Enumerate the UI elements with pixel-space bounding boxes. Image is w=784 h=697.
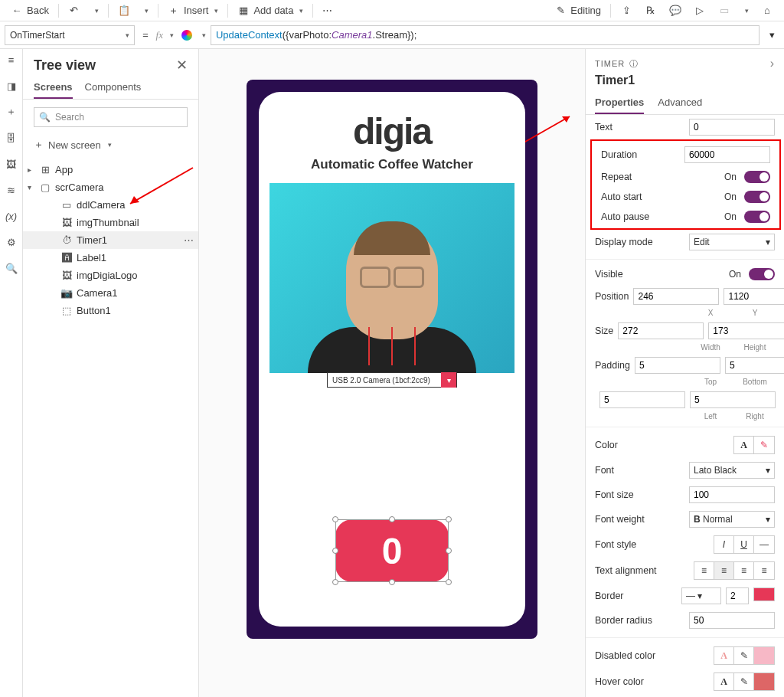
publish-icon: ⌂ bbox=[761, 5, 773, 17]
tree-item-label1[interactable]: 🅰Label1 bbox=[23, 249, 198, 267]
prop-disabledcolor-picker[interactable]: A✎ bbox=[714, 646, 775, 665]
property-selector[interactable]: OnTimerStart ▾ bbox=[5, 25, 135, 45]
undo-menu[interactable]: ▾ bbox=[87, 5, 105, 16]
health-button[interactable]: ℞ bbox=[639, 3, 663, 18]
chevron-down-icon: ▾ bbox=[766, 465, 770, 476]
prop-border-color[interactable] bbox=[753, 587, 775, 601]
color-wheel-icon[interactable] bbox=[181, 30, 192, 41]
tree-search-input[interactable]: 🔍Search bbox=[34, 107, 188, 127]
publish-button[interactable]: ⌂ bbox=[755, 3, 779, 18]
camera-icon: 📷 bbox=[61, 288, 72, 299]
formula-input[interactable]: UpdateContext({varPhoto:Camera1.Stream})… bbox=[211, 25, 760, 45]
tree-item-app[interactable]: ▸⊞App bbox=[23, 161, 198, 178]
settings-icon[interactable]: ⚙ bbox=[5, 236, 18, 248]
prop-font-select[interactable]: Lato Black▾ bbox=[689, 462, 775, 479]
prop-autostart-toggle[interactable] bbox=[744, 191, 770, 203]
tab-screens[interactable]: Screens bbox=[34, 81, 73, 99]
prop-padding-left[interactable] bbox=[599, 391, 685, 408]
timer-icon: ⏱ bbox=[61, 235, 72, 246]
chevron-down-icon: ▾ bbox=[108, 141, 112, 149]
prop-text-input[interactable] bbox=[689, 119, 775, 136]
properties-panel: TIMERⓘ› Timer1 Properties Advanced Text … bbox=[585, 49, 784, 697]
tree-item-screen[interactable]: ▾▢scrCamera bbox=[23, 178, 198, 196]
back-button[interactable]: ←Back bbox=[5, 3, 55, 18]
hamburger-icon[interactable]: ≡ bbox=[5, 54, 18, 66]
prop-border-style[interactable]: — ▾ bbox=[681, 587, 721, 604]
new-screen-button[interactable]: ＋New screen▾ bbox=[23, 135, 198, 158]
save-menu[interactable]: ▾ bbox=[737, 5, 755, 16]
prop-color-label: Color bbox=[595, 440, 729, 450]
tree-item-ddlcamera[interactable]: ▭ddlCamera bbox=[23, 196, 198, 214]
formula-bar: OnTimerStart ▾ = fx ▾ ▾ UpdateContext({v… bbox=[0, 21, 784, 49]
tree-item-timer1[interactable]: ⏱Timer1⋯ bbox=[23, 231, 198, 249]
power-icon[interactable]: ≋ bbox=[5, 184, 18, 196]
fx-icon: fx bbox=[156, 29, 163, 41]
svg-marker-1 bbox=[562, 116, 570, 123]
tab-components[interactable]: Components bbox=[85, 81, 142, 99]
prop-textalign-buttons[interactable]: ≡≡≡≡ bbox=[694, 561, 775, 580]
stethoscope-icon: ℞ bbox=[645, 5, 657, 17]
undo-button[interactable]: ↶ bbox=[62, 3, 87, 18]
chevron-down-icon: ▾ bbox=[28, 183, 35, 191]
tree-item-imgthumbnail[interactable]: 🖼imgThumbnail bbox=[23, 214, 198, 231]
prop-displaymode-select[interactable]: Edit▾ bbox=[689, 234, 775, 250]
design-canvas[interactable]: digia Automatic Coffee Watcher USB 2.0 C… bbox=[199, 49, 585, 697]
prop-duration-input[interactable] bbox=[684, 146, 770, 163]
variables-icon[interactable]: (x) bbox=[5, 210, 18, 222]
camera-device-select[interactable]: USB 2.0 Camera (1bcf:2cc9) ▾ bbox=[327, 372, 457, 388]
tree-icon[interactable]: ◨ bbox=[5, 80, 18, 92]
tree-item-camera1[interactable]: 📷Camera1 bbox=[23, 284, 198, 302]
prop-padding-top[interactable] bbox=[635, 357, 720, 374]
tab-properties[interactable]: Properties bbox=[595, 92, 644, 114]
comments-button[interactable]: 💬 bbox=[663, 3, 688, 18]
screen-icon: ▢ bbox=[40, 182, 51, 193]
prop-padding-right[interactable] bbox=[690, 391, 776, 408]
tree-item-imgdigialogo[interactable]: 🖼imgDigiaLogo bbox=[23, 267, 198, 284]
prop-repeat-toggle[interactable] bbox=[744, 171, 770, 183]
prop-size-w[interactable] bbox=[618, 322, 704, 339]
tree-item-button1[interactable]: ⬚Button1 bbox=[23, 302, 198, 319]
plus-icon[interactable]: ＋ bbox=[5, 106, 18, 118]
editing-mode[interactable]: ✎Editing bbox=[548, 3, 607, 18]
prop-position-y[interactable] bbox=[724, 288, 784, 305]
share-icon: ⇪ bbox=[620, 5, 632, 17]
paste-button[interactable]: 📋 bbox=[112, 3, 136, 18]
add-data-button[interactable]: ▦Add data▾ bbox=[231, 3, 309, 18]
tab-advanced[interactable]: Advanced bbox=[658, 92, 702, 114]
preview-button[interactable]: ▷ bbox=[688, 3, 712, 18]
prop-text-label: Text bbox=[595, 122, 684, 133]
prop-color-picker[interactable]: A✎ bbox=[733, 436, 775, 454]
prop-visible-toggle[interactable] bbox=[749, 268, 775, 280]
paste-menu[interactable]: ▾ bbox=[136, 5, 155, 16]
arrow-left-icon: ← bbox=[11, 5, 23, 17]
prop-fontweight-select[interactable]: B Normal▾ bbox=[689, 511, 775, 528]
expand-formula-button[interactable]: ▾ bbox=[764, 29, 779, 41]
prop-borderradius-input[interactable] bbox=[689, 612, 775, 629]
camera-preview[interactable] bbox=[270, 183, 514, 373]
prop-fontstyle-buttons[interactable]: IU— bbox=[714, 535, 775, 554]
prop-size-label: Size bbox=[595, 326, 613, 336]
save-button[interactable]: ▭ bbox=[712, 3, 737, 18]
prop-padding-bottom[interactable] bbox=[725, 357, 784, 374]
media-icon[interactable]: 🖼 bbox=[5, 158, 18, 170]
help-icon[interactable]: ⓘ bbox=[629, 58, 639, 70]
prop-fontsize-input[interactable] bbox=[689, 486, 775, 503]
close-icon[interactable]: ✕ bbox=[176, 57, 188, 74]
overflow-button[interactable]: ⋯ bbox=[316, 3, 338, 18]
search-icon[interactable]: 🔍 bbox=[5, 262, 18, 274]
prop-size-h[interactable] bbox=[708, 322, 784, 339]
timer-control[interactable]: 0 bbox=[335, 519, 449, 582]
item-more-button[interactable]: ⋯ bbox=[184, 234, 194, 246]
play-icon: ▷ bbox=[694, 5, 706, 17]
insert-button[interactable]: ＋Insert▾ bbox=[162, 3, 225, 18]
data-icon[interactable]: 🗄 bbox=[5, 132, 18, 144]
prop-borderradius-label: Border radius bbox=[595, 615, 684, 626]
prop-border-width[interactable] bbox=[726, 587, 749, 604]
chevron-down-icon: ▾ bbox=[745, 7, 749, 15]
control-name-heading: Timer1 bbox=[586, 74, 784, 92]
share-button[interactable]: ⇪ bbox=[614, 3, 639, 18]
prop-autopause-toggle[interactable] bbox=[744, 211, 770, 223]
prop-hovercolor-picker[interactable]: A✎ bbox=[714, 672, 775, 691]
prop-position-x[interactable] bbox=[633, 288, 719, 305]
chevron-right-icon[interactable]: › bbox=[770, 57, 775, 70]
